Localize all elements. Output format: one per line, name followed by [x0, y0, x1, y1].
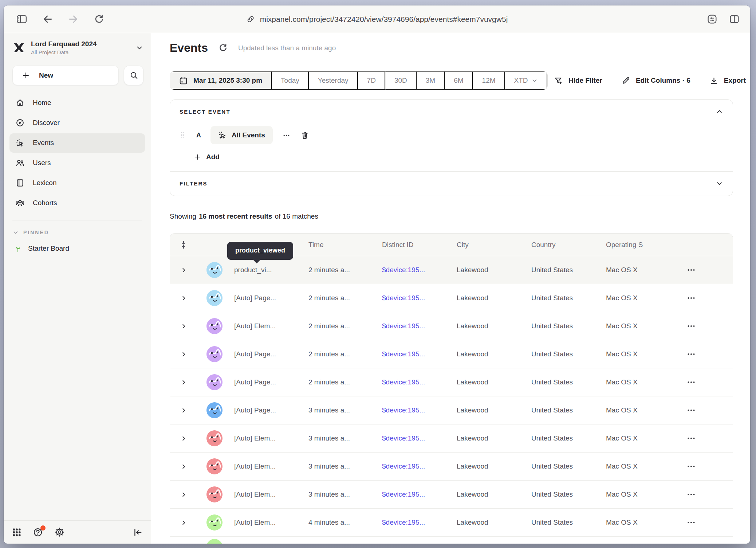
expand-row-button[interactable] [180, 379, 188, 386]
row-actions-button[interactable] [674, 490, 696, 499]
search-button[interactable] [124, 66, 143, 85]
add-event-button[interactable]: Add [193, 153, 220, 161]
hide-filter-button[interactable]: Hide Filter [554, 76, 602, 85]
preset-12m-button[interactable]: 12M [473, 71, 505, 90]
distinct-id-link[interactable]: $device:195... [379, 462, 454, 470]
row-actions-button[interactable] [674, 462, 696, 471]
split-view-button[interactable] [729, 13, 740, 25]
sidebar-item-discover[interactable]: Discover [9, 113, 145, 133]
row-actions-button[interactable] [674, 293, 696, 303]
preset-30d-button[interactable]: 30D [385, 71, 417, 90]
date-range-button[interactable]: Mar 11, 2025 3:30 pm [170, 71, 272, 90]
table-row[interactable]: [Auto] Elem... 3 minutes a... $device:19… [170, 424, 733, 453]
distinct-id-link[interactable]: $device:195... [379, 406, 454, 414]
expand-row-button[interactable] [180, 322, 188, 330]
drag-handle[interactable] [179, 131, 187, 139]
distinct-id-link[interactable]: $device:195... [379, 266, 454, 274]
preset-label: Yesterday [318, 77, 349, 85]
row-actions-button[interactable] [674, 349, 696, 359]
event-city: Lakewood [454, 490, 528, 498]
help-button[interactable] [33, 527, 43, 537]
refresh-button[interactable] [218, 43, 228, 53]
workspace-switcher[interactable]: Lord Farquaad 2024 All Project Data [12, 40, 143, 56]
table-row-partial[interactable] [170, 537, 733, 544]
sidebar-item-users[interactable]: Users [9, 153, 145, 173]
browser-toolbar: mixpanel.com/project/3472420/view/397469… [4, 5, 750, 33]
event-selector-pill[interactable]: All Events [210, 126, 273, 144]
distinct-id-link[interactable]: $device:195... [379, 294, 454, 302]
preset-yesterday-button[interactable]: Yesterday [309, 71, 358, 90]
column-header-distinct-id[interactable]: Distinct ID [379, 241, 454, 249]
forward-button[interactable] [68, 13, 79, 25]
expand-row-button[interactable] [180, 294, 188, 302]
expand-row-button[interactable] [180, 463, 188, 470]
preset-3m-button[interactable]: 3M [417, 71, 445, 90]
apps-grid-button[interactable] [12, 527, 22, 537]
sidebar-item-events[interactable]: Events [9, 133, 145, 153]
row-actions-button[interactable] [674, 321, 696, 331]
preset-today-button[interactable]: Today [272, 71, 309, 90]
arrow-left-icon [42, 13, 53, 25]
expand-row-button[interactable] [180, 351, 188, 358]
collapse-sidebar-button[interactable] [133, 527, 143, 537]
link-icon [246, 15, 255, 24]
distinct-id-link[interactable]: $device:195... [379, 322, 454, 330]
distinct-id-link[interactable]: $device:195... [379, 434, 454, 442]
table-row[interactable]: [Auto] Page... 2 minutes a... $device:19… [170, 340, 733, 368]
table-row[interactable]: [Auto] Elem... 2 minutes a... $device:19… [170, 312, 733, 340]
browser-sidebar-toggle-button[interactable] [16, 13, 27, 25]
preset-xtd-button[interactable]: XTD [505, 71, 547, 90]
sidebar-item-home[interactable]: Home [9, 93, 145, 113]
row-actions-button[interactable] [674, 434, 696, 443]
settings-button[interactable] [54, 527, 65, 537]
expand-row-button[interactable] [180, 491, 188, 498]
reload-button[interactable] [94, 14, 105, 25]
column-header-country[interactable]: Country [528, 241, 603, 249]
distinct-id-link[interactable]: $device:195... [379, 490, 454, 498]
expand-row-button[interactable] [180, 435, 188, 442]
sidebar-item-starter-board[interactable]: Starter Board [4, 237, 151, 260]
expand-filters-button[interactable] [716, 180, 723, 187]
new-button[interactable]: New [12, 66, 119, 85]
preset-6m-button[interactable]: 6M [445, 71, 473, 90]
expand-row-button[interactable] [180, 266, 188, 274]
cohorts-icon [15, 198, 25, 208]
table-row[interactable]: [Auto] Page... 2 minutes a... $device:19… [170, 284, 733, 312]
sidebar: Lord Farquaad 2024 All Project Data New [4, 33, 151, 544]
face-icon [206, 430, 223, 446]
more-options-button[interactable] [282, 131, 291, 140]
event-name: [Auto] Page... [229, 378, 306, 386]
table-row[interactable]: [Auto] Page... 3 minutes a... $device:19… [170, 396, 733, 424]
sidebar-item-lexicon[interactable]: Lexicon [9, 173, 145, 193]
table-row[interactable]: [Auto] Elem... 3 minutes a... $device:19… [170, 453, 733, 481]
sidebar-item-cohorts[interactable]: Cohorts [9, 193, 145, 213]
column-header-os[interactable]: Operating S [603, 241, 674, 249]
table-row[interactable]: [Auto] Elem... 3 minutes a... $device:19… [170, 481, 733, 509]
collapse-section-button[interactable] [716, 108, 723, 116]
row-actions-button[interactable] [674, 265, 696, 275]
preset-7d-button[interactable]: 7D [358, 71, 385, 90]
row-actions-button[interactable] [674, 406, 696, 415]
pinned-section-toggle[interactable]: PINNED [4, 228, 151, 237]
expand-row-button[interactable] [180, 407, 188, 414]
column-header-city[interactable]: City [454, 241, 528, 249]
row-actions-button[interactable] [674, 377, 696, 387]
distinct-id-link[interactable]: $device:195... [379, 350, 454, 358]
edit-columns-button[interactable]: Edit Columns · 6 [621, 76, 690, 85]
expand-row-button[interactable] [180, 519, 188, 527]
event-os: Mac OS X [603, 518, 674, 527]
page-settings-button[interactable] [706, 13, 718, 25]
export-button[interactable]: Export [709, 76, 746, 85]
table-row[interactable]: [Auto] Page... 2 minutes a... $device:19… [170, 368, 733, 396]
column-header-time[interactable]: Time [306, 241, 379, 249]
back-button[interactable] [42, 13, 53, 25]
distinct-id-link[interactable]: $device:195... [379, 378, 454, 386]
sort-control[interactable] [179, 240, 188, 250]
distinct-id-link[interactable]: $device:195... [379, 518, 454, 527]
event-country: United States [528, 322, 603, 330]
row-actions-button[interactable] [674, 518, 696, 527]
table-row[interactable]: [Auto] Elem... 4 minutes a... $device:19… [170, 509, 733, 537]
address-bar[interactable]: mixpanel.com/project/3472420/view/397469… [246, 15, 508, 24]
face-icon [206, 262, 223, 278]
delete-event-button[interactable] [300, 130, 310, 140]
